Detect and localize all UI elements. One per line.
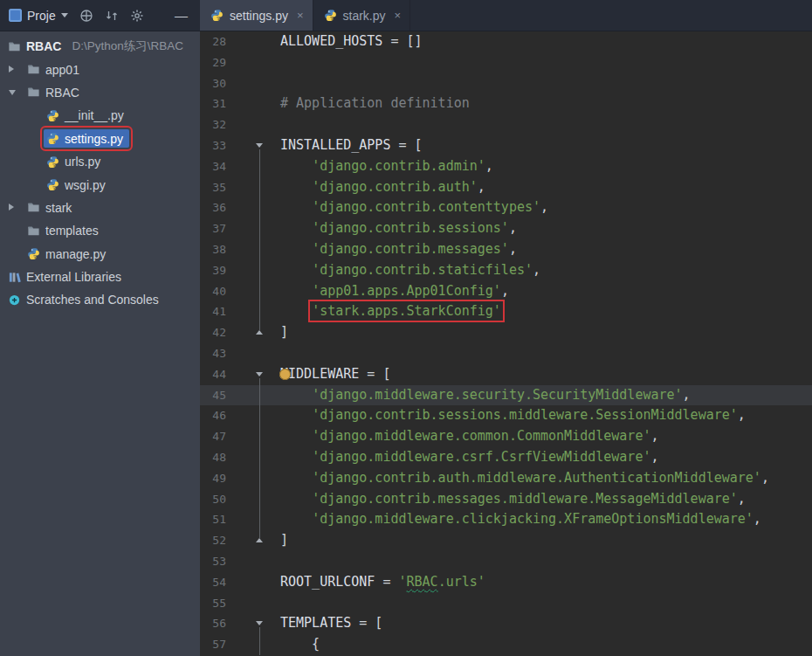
editor-line[interactable]: 46 'django.contrib.sessions.middleware.S… [200, 405, 812, 426]
tab-settings-py[interactable]: settings.py× [200, 0, 313, 31]
gutter[interactable]: 52 [200, 530, 275, 551]
fold-mid-marker[interactable] [252, 301, 270, 322]
code-editor[interactable]: 28ALLOWED_HOSTS = []293031# Application … [200, 31, 812, 656]
sync-flow-icon[interactable] [105, 9, 119, 23]
editor-line[interactable]: 34 'django.contrib.admin', [200, 156, 812, 177]
tab-close-icon[interactable]: × [297, 10, 304, 21]
gutter[interactable]: 34 [200, 156, 275, 177]
gutter[interactable]: 39 [200, 260, 275, 281]
fold-mid-marker[interactable] [252, 260, 270, 281]
fold-mid-marker[interactable] [252, 634, 270, 655]
editor-line[interactable]: 44MIDDLEWARE = [ [200, 364, 812, 385]
tree-item-settings-py[interactable]: settings.py [0, 128, 200, 150]
editor-line[interactable]: 51 'django.middleware.clickjacking.XFram… [200, 509, 812, 530]
gutter[interactable]: 30 [200, 73, 275, 94]
editor-line[interactable]: 39 'django.contrib.staticfiles', [200, 260, 812, 281]
tree-item-urls-py[interactable]: urls.py [0, 150, 200, 173]
fold-mid-marker[interactable] [252, 177, 270, 198]
tree-item-external-libraries[interactable]: External Libraries [0, 266, 200, 288]
fold-mid-marker[interactable] [252, 385, 270, 406]
tree-item-rbac[interactable]: RBACD:\Python练习\RBAC [0, 35, 200, 58]
editor-line[interactable]: 36 'django.contrib.contenttypes', [200, 197, 812, 218]
project-selector[interactable]: Proje [9, 9, 68, 23]
editor-line[interactable]: 56TEMPLATES = [ [200, 613, 812, 634]
tree-item-manage-py[interactable]: manage.py [0, 243, 200, 266]
editor-line[interactable]: 43 [200, 343, 812, 364]
editor-line[interactable]: 33INSTALLED_APPS = [ [200, 135, 812, 156]
gutter[interactable]: 53 [200, 551, 275, 572]
gutter[interactable]: 41 [200, 301, 275, 322]
gutter[interactable]: 46 [200, 405, 275, 426]
tab-close-icon[interactable]: × [395, 10, 402, 21]
fold-mid-marker[interactable] [252, 509, 270, 530]
minimize-button[interactable]: — [171, 8, 191, 23]
tree-item-templates[interactable]: templates [0, 219, 200, 242]
gutter[interactable]: 51 [200, 509, 275, 530]
tree-item-stark[interactable]: stark [0, 197, 200, 219]
gutter[interactable]: 42 [200, 322, 275, 343]
chevron-right-icon[interactable] [9, 204, 14, 211]
gutter[interactable]: 37 [200, 218, 275, 239]
tab-stark-py[interactable]: stark.py× [313, 0, 411, 31]
fold-mid-marker[interactable] [252, 156, 270, 177]
gutter[interactable]: 33 [200, 135, 275, 156]
editor-line[interactable]: 55 [200, 593, 812, 614]
fold-start-marker[interactable] [252, 613, 270, 634]
gutter[interactable]: 36 [200, 197, 275, 218]
gutter[interactable]: 38 [200, 239, 275, 260]
gutter[interactable]: 43 [200, 343, 275, 364]
editor-line[interactable]: 30 [200, 73, 812, 94]
editor-line[interactable]: 31# Application definition [200, 93, 812, 114]
fold-end-marker[interactable] [252, 322, 270, 343]
fold-mid-marker[interactable] [252, 281, 270, 302]
gutter[interactable]: 47 [200, 426, 275, 447]
editor-line[interactable]: 57 { [200, 634, 812, 655]
gutter[interactable]: 40 [200, 281, 275, 302]
editor-line[interactable]: 35 'django.contrib.auth', [200, 177, 812, 198]
fold-mid-marker[interactable] [252, 197, 270, 218]
fold-mid-marker[interactable] [252, 447, 270, 468]
gutter[interactable]: 28 [200, 31, 275, 52]
editor-line[interactable]: 40 'app01.apps.App01Config', [200, 281, 812, 302]
editor-line[interactable]: 38 'django.contrib.messages', [200, 239, 812, 260]
gear-icon[interactable] [130, 9, 144, 23]
compass-icon[interactable] [79, 9, 93, 23]
editor-line[interactable]: 54ROOT_URLCONF = 'RBAC.urls' [200, 572, 812, 593]
gutter[interactable]: 57 [200, 634, 275, 655]
editor-line[interactable]: 32 [200, 114, 812, 135]
gutter[interactable]: 50 [200, 489, 275, 510]
editor-line[interactable]: 50 'django.contrib.messages.middleware.M… [200, 489, 812, 510]
fold-end-marker[interactable] [252, 530, 270, 551]
editor-line[interactable]: 42] [200, 322, 812, 343]
gutter[interactable]: 44 [200, 364, 275, 385]
gutter[interactable]: 31 [200, 93, 275, 114]
editor-line[interactable]: 47 'django.middleware.common.CommonMiddl… [200, 426, 812, 447]
gutter[interactable]: 56 [200, 613, 275, 634]
tree-item-wsgi-py[interactable]: wsgi.py [0, 173, 200, 196]
gutter[interactable]: 35 [200, 177, 275, 198]
gutter[interactable]: 48 [200, 447, 275, 468]
gutter[interactable]: 54 [200, 572, 275, 593]
editor-line[interactable]: 41 'stark.apps.StarkConfig' [200, 301, 812, 322]
editor-line[interactable]: 48 'django.middleware.csrf.CsrfViewMiddl… [200, 447, 812, 468]
editor-line[interactable]: 37 'django.contrib.sessions', [200, 218, 812, 239]
fold-mid-marker[interactable] [252, 239, 270, 260]
gutter[interactable]: 29 [200, 52, 275, 73]
editor-line[interactable]: 29 [200, 52, 812, 73]
editor-line[interactable]: 28ALLOWED_HOSTS = [] [200, 31, 812, 52]
tree-item-rbac[interactable]: RBAC [0, 81, 200, 104]
fold-start-marker[interactable] [252, 135, 270, 156]
fold-start-marker[interactable] [252, 364, 270, 385]
tree-item-init-py[interactable]: __init__.py [0, 104, 200, 127]
gutter[interactable]: 55 [200, 593, 275, 614]
editor-line[interactable]: 49 'django.contrib.auth.middleware.Authe… [200, 468, 812, 489]
editor-line[interactable]: 45 'django.middleware.security.SecurityM… [200, 385, 812, 406]
gutter[interactable]: 49 [200, 468, 275, 489]
fold-mid-marker[interactable] [252, 468, 270, 489]
editor-line[interactable]: 52] [200, 530, 812, 551]
fold-mid-marker[interactable] [252, 405, 270, 426]
breakpoint-dot[interactable] [279, 369, 291, 380]
gutter[interactable]: 45 [200, 385, 275, 406]
tree-item-app01[interactable]: app01 [0, 58, 200, 80]
fold-mid-marker[interactable] [252, 426, 270, 447]
